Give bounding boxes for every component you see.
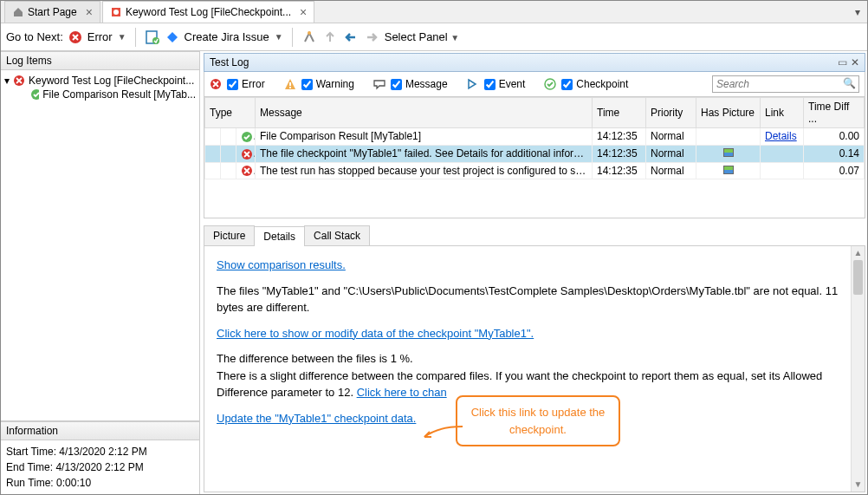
filter-warning-checkbox[interactable] — [301, 79, 313, 90]
maximize-icon[interactable]: ▭ — [838, 56, 847, 68]
row-link — [761, 162, 804, 179]
nav-jump-icon[interactable] — [301, 29, 317, 45]
search-input[interactable] — [712, 75, 859, 93]
tab-details[interactable]: Details — [254, 226, 305, 246]
close-icon[interactable]: × — [300, 6, 307, 18]
info-end-time: End Time: 4/13/2020 2:12 PM — [6, 459, 194, 475]
select-panel-button[interactable]: Select Panel ▼ — [385, 30, 460, 43]
error-icon — [13, 75, 25, 87]
info-start-time: Start Time: 4/13/2020 2:12 PM — [6, 444, 194, 459]
success-icon — [30, 88, 39, 101]
details-link[interactable]: Details — [765, 130, 797, 142]
row-time: 14:12:35 — [593, 162, 646, 179]
filter-checkpoint[interactable]: Checkpoint — [561, 78, 628, 90]
tabbar-menu[interactable]: ▾ — [848, 1, 867, 23]
information-panel: Information Start Time: 4/13/2020 2:12 P… — [1, 420, 199, 494]
filter-bar: Error Warning Message Event Checkpoint 🔍 — [204, 72, 865, 97]
table-row[interactable]: The file checkpoint "MyTable1" failed. S… — [205, 145, 865, 162]
row-link — [761, 145, 804, 162]
tree-item-label: File Comparison Result [MyTab... — [42, 88, 196, 101]
error-filter-label[interactable]: Error — [87, 30, 113, 43]
nav-up-icon[interactable] — [322, 29, 338, 45]
scroll-down-icon[interactable]: ▼ — [852, 478, 865, 492]
tree-item-label: Keyword Test Log [FileCheckpoint... — [29, 75, 194, 87]
row-status-icon — [236, 128, 256, 146]
row-status-icon — [236, 145, 256, 162]
callout-tooltip: Click this link to update the checkpoint… — [456, 395, 620, 446]
row-time: 14:12:35 — [593, 128, 646, 146]
tree-root-item[interactable]: ▾ Keyword Test Log [FileCheckpoint... — [4, 74, 196, 88]
nav-forward-icon[interactable] — [364, 29, 379, 45]
search-icon[interactable]: 🔍 — [843, 77, 856, 89]
information-header: Information — [1, 421, 199, 440]
filter-event-checkbox[interactable] — [484, 79, 496, 90]
chevron-down-icon[interactable]: ▼ — [275, 32, 283, 42]
right-column: Test Log ▭ ✕ Error Warning Message Event… — [200, 51, 867, 494]
row-has-picture — [696, 128, 761, 146]
jira-icon — [165, 30, 179, 44]
scroll-up-icon[interactable]: ▲ — [852, 246, 865, 260]
chevron-down-icon[interactable]: ▼ — [118, 32, 126, 42]
picture-icon — [723, 166, 734, 174]
details-text-difference-pct: The difference between the files is 1 %. — [217, 352, 413, 365]
log-grid[interactable]: Type Message Time Priority Has Picture L… — [204, 97, 865, 218]
link-change-allowed-diff[interactable]: Click here to chan — [357, 386, 447, 399]
table-row[interactable]: File Comparison Result [MyTable1]14:12:3… — [205, 128, 865, 146]
create-jira-button[interactable]: Create Jira Issue — [185, 30, 269, 43]
filter-event[interactable]: Event — [484, 78, 526, 90]
col-priority[interactable]: Priority — [646, 98, 696, 128]
details-text-files-not-equal: The files "MyTable1" and "C:\Users\Publi… — [217, 283, 852, 316]
document-tabbar: Start Page × Keyword Test Log [FileCheck… — [1, 1, 867, 23]
toolbar-separator — [292, 28, 293, 47]
tab-label: Start Page — [28, 6, 77, 18]
row-priority: Normal — [646, 162, 696, 179]
details-scrollbar[interactable]: ▲ ▼ — [851, 246, 865, 492]
log-items-tree[interactable]: ▾ Keyword Test Log [FileCheckpoint... Fi… — [1, 70, 199, 420]
picture-icon — [723, 148, 734, 157]
col-message[interactable]: Message — [256, 98, 593, 128]
tree-child-item[interactable]: File Comparison Result [MyTab... — [4, 88, 196, 101]
link-show-comparison[interactable]: Show comparison results. — [217, 258, 346, 271]
go-to-next-label: Go to Next: — [6, 30, 63, 43]
main-toolbar: Go to Next: Error ▼ Create Jira Issue ▼ … — [1, 23, 867, 51]
filter-warning[interactable]: Warning — [301, 78, 354, 90]
log-settings-icon[interactable] — [145, 29, 160, 45]
tab-start-page[interactable]: Start Page × — [4, 1, 100, 23]
tab-keyword-test-log[interactable]: Keyword Test Log [FileCheckpoint... × — [102, 1, 314, 23]
scroll-thumb[interactable] — [853, 260, 863, 295]
filter-error[interactable]: Error — [227, 78, 265, 90]
message-icon — [373, 78, 385, 90]
tab-picture[interactable]: Picture — [204, 225, 255, 245]
row-message: The test run has stopped because your te… — [256, 162, 593, 179]
error-icon — [68, 30, 82, 44]
col-link[interactable]: Link — [761, 98, 804, 128]
test-log-header: Test Log ▭ ✕ — [204, 53, 865, 72]
tab-label: Keyword Test Log [FileCheckpoint... — [126, 6, 291, 18]
link-update-checkpoint[interactable]: Update the "MyTable1" checkpoint data. — [217, 412, 416, 425]
callout-arrow-icon — [421, 423, 464, 440]
close-icon[interactable]: × — [86, 6, 93, 18]
row-priority: Normal — [646, 145, 696, 162]
col-type[interactable]: Type — [205, 98, 256, 128]
tab-call-stack[interactable]: Call Stack — [304, 225, 370, 245]
row-priority: Normal — [646, 128, 696, 146]
row-time-diff: 0.14 — [804, 145, 865, 162]
link-show-modify-data[interactable]: Click here to show or modify data of the… — [217, 327, 534, 340]
col-has-picture[interactable]: Has Picture — [696, 98, 761, 128]
filter-checkpoint-checkbox[interactable] — [561, 79, 573, 90]
filter-message[interactable]: Message — [391, 78, 448, 90]
nav-back-icon[interactable] — [343, 29, 359, 45]
svg-point-1 — [113, 10, 119, 15]
svg-rect-10 — [289, 87, 291, 88]
expand-toggle-icon[interactable]: ▾ — [4, 75, 10, 87]
table-row[interactable]: The test run has stopped because your te… — [205, 162, 865, 179]
filter-message-checkbox[interactable] — [391, 79, 402, 90]
col-time-diff[interactable]: Time Diff ... — [804, 98, 865, 128]
close-icon[interactable]: ✕ — [851, 56, 859, 68]
details-text-slight-diff: There is a slight difference between the… — [217, 369, 822, 400]
left-column: Log Items ▾ Keyword Test Log [FileCheckp… — [1, 51, 200, 494]
filter-error-checkbox[interactable] — [227, 79, 238, 90]
log-icon — [110, 6, 122, 18]
col-time[interactable]: Time — [593, 98, 646, 128]
info-run-time: Run Time: 0:00:10 — [6, 475, 194, 491]
